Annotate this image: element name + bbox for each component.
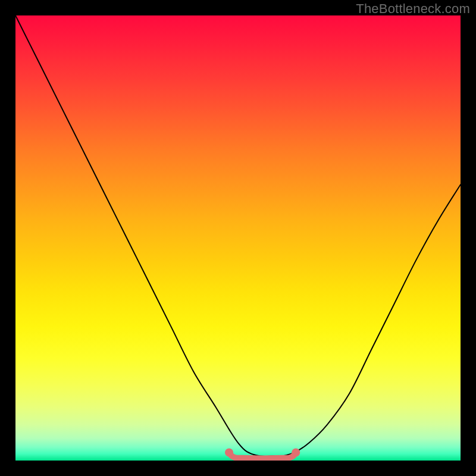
- floor-marker-endpoint-right: [292, 449, 300, 457]
- bottleneck-curve: [15, 15, 461, 456]
- floor-marker-endpoint-left: [225, 449, 233, 457]
- curve-layer: [15, 15, 461, 461]
- plot-area: [15, 15, 461, 461]
- watermark-text: TheBottleneck.com: [356, 1, 470, 17]
- chart-stage: TheBottleneck.com: [0, 0, 476, 476]
- floor-marker: [229, 453, 296, 459]
